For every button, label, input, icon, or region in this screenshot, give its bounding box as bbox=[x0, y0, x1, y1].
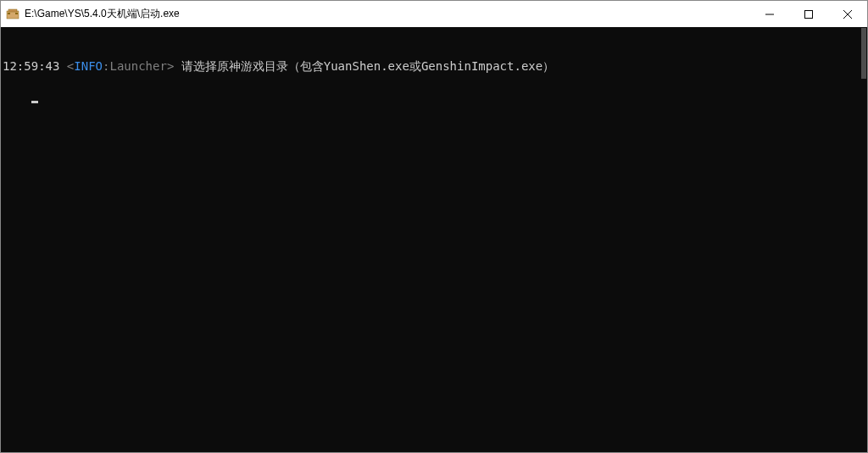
console-output[interactable]: 12:59:43 <INFO:Launcher> 请选择原神游戏目录（包含Yua… bbox=[1, 27, 867, 452]
app-icon bbox=[6, 8, 19, 21]
maximize-button[interactable] bbox=[789, 1, 828, 27]
scrollbar-thumb[interactable] bbox=[861, 28, 866, 79]
window-title: E:\Game\YS\5.4.0天机端\启动.exe bbox=[25, 7, 750, 21]
console-cursor bbox=[31, 101, 38, 103]
svg-rect-2 bbox=[8, 13, 10, 14]
svg-rect-1 bbox=[8, 9, 17, 12]
svg-rect-0 bbox=[7, 11, 19, 19]
app-window: E:\Game\YS\5.4.0天机端\启动.exe 12:59:43 <IN bbox=[0, 0, 868, 453]
log-level: INFO bbox=[74, 59, 103, 73]
log-line: 12:59:43 <INFO:Launcher> 请选择原神游戏目录（包含Yua… bbox=[3, 58, 865, 74]
window-controls bbox=[750, 1, 867, 27]
log-source: Launcher bbox=[109, 59, 166, 73]
minimize-icon bbox=[765, 10, 774, 19]
close-icon bbox=[843, 10, 852, 19]
svg-rect-5 bbox=[805, 10, 813, 18]
log-bracket-close: > bbox=[167, 59, 181, 73]
log-message: 请选择原神游戏目录（包含YuanShen.exe或GenshinImpact.e… bbox=[181, 59, 554, 73]
titlebar[interactable]: E:\Game\YS\5.4.0天机端\启动.exe bbox=[1, 1, 867, 27]
log-timestamp: 12:59:43 bbox=[3, 59, 59, 73]
minimize-button[interactable] bbox=[750, 1, 789, 27]
close-button[interactable] bbox=[828, 1, 867, 27]
log-bracket-open: < bbox=[59, 59, 74, 73]
svg-rect-3 bbox=[15, 13, 18, 14]
maximize-icon bbox=[804, 10, 813, 19]
